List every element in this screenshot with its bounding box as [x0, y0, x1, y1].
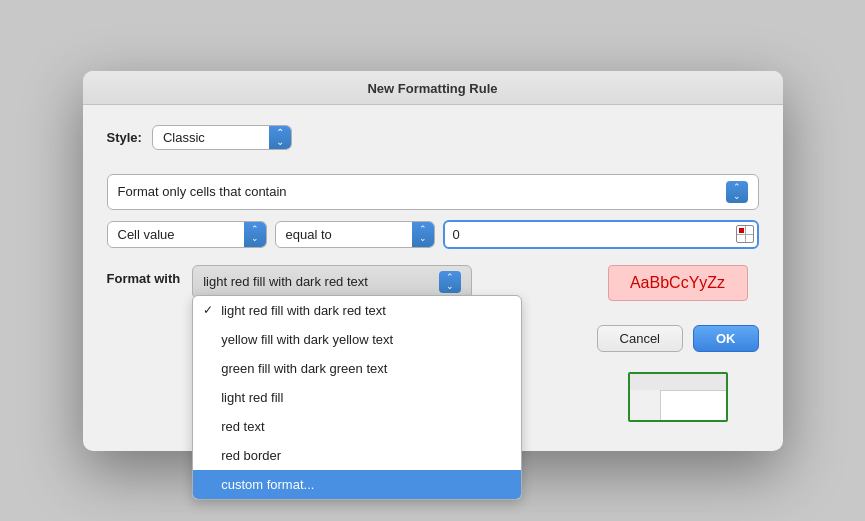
dialog-titlebar: New Formatting Rule: [83, 71, 783, 105]
dropdown-item-custom-format[interactable]: custom format...: [193, 470, 521, 499]
cell-reference-icon[interactable]: [735, 224, 755, 244]
equal-to-select[interactable]: equal to: [275, 221, 435, 248]
dropdown-item-yellow-fill-dark-yellow-text[interactable]: yellow fill with dark yellow text: [193, 325, 521, 354]
format-with-button[interactable]: light red fill with dark red text: [192, 265, 472, 299]
format-with-stepper[interactable]: [439, 271, 461, 293]
format-condition-label: Format only cells that contain: [118, 184, 726, 199]
format-with-selected-text: light red fill with dark red text: [203, 274, 431, 289]
dialog-body: Style: Classic Format only cells that co…: [83, 105, 783, 446]
dropdown-item-green-fill-dark-green-text[interactable]: green fill with dark green text: [193, 354, 521, 383]
equal-to-stepper[interactable]: [412, 222, 434, 247]
grid-cell-red: [739, 228, 744, 233]
dropdown-item-light-red-fill-dark-red-text[interactable]: light red fill with dark red text: [193, 296, 521, 325]
style-stepper[interactable]: [269, 126, 291, 149]
format-with-dropdown-wrap: light red fill with dark red text light …: [192, 265, 584, 299]
spreadsheet-hint: [628, 372, 728, 422]
format-condition-row: Format only cells that contain: [107, 174, 759, 210]
dialog-title: New Formatting Rule: [367, 81, 497, 96]
cell-value-select[interactable]: Cell value: [107, 221, 267, 248]
cell-value-select-wrap: Cell value: [107, 221, 267, 248]
grid-icon: [736, 225, 754, 243]
buttons-row: Cancel OK: [597, 325, 759, 352]
value-input[interactable]: [443, 220, 759, 249]
preview-box: AaBbCcYyZz: [608, 265, 748, 301]
format-condition-stepper[interactable]: [726, 181, 748, 203]
new-formatting-rule-dialog: New Formatting Rule Style: Classic Forma…: [83, 71, 783, 451]
style-row: Style: Classic: [107, 125, 759, 150]
format-with-label: Format with: [107, 265, 181, 286]
format-dropdown-menu: light red fill with dark red text yellow…: [192, 295, 522, 500]
style-label: Style:: [107, 130, 142, 145]
equal-to-select-wrap: equal to: [275, 221, 435, 248]
ok-button[interactable]: OK: [693, 325, 759, 352]
dropdown-item-light-red-fill[interactable]: light red fill: [193, 383, 521, 412]
condition-row: Cell value equal to: [107, 220, 759, 249]
cancel-button[interactable]: Cancel: [597, 325, 683, 352]
value-input-wrap: [443, 220, 759, 249]
format-with-row: Format with light red fill with dark red…: [107, 265, 759, 422]
right-section: AaBbCcYyZz Cancel OK: [597, 265, 759, 422]
dropdown-item-red-border[interactable]: red border: [193, 441, 521, 470]
format-condition-dropdown[interactable]: Format only cells that contain: [107, 174, 759, 210]
preview-text: AaBbCcYyZz: [630, 274, 725, 291]
dropdown-item-red-text[interactable]: red text: [193, 412, 521, 441]
cell-value-stepper[interactable]: [244, 222, 266, 247]
style-select-wrapper: Classic: [152, 125, 292, 150]
